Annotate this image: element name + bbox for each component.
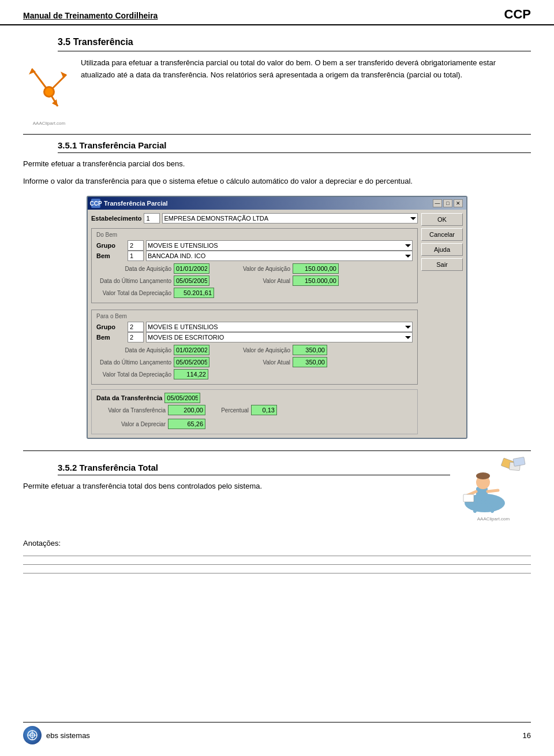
svg-rect-10 bbox=[513, 457, 525, 467]
clipart-label: AAAClipart.com bbox=[33, 121, 65, 126]
ajuda-button[interactable]: Ajuda bbox=[421, 243, 463, 256]
section-351-text2: Informe o valor da transferência para qu… bbox=[23, 175, 531, 188]
clipart-label2: AAAClipart.com bbox=[456, 516, 531, 522]
estabelecimento-num-input[interactable] bbox=[144, 213, 160, 224]
dialog-titlebar: CCP Transferência Parcial — □ ✕ bbox=[88, 197, 466, 210]
valor-atual1-input[interactable] bbox=[293, 275, 339, 286]
valor-total-dep2-label: Valor Total da Depreciação bbox=[96, 371, 171, 378]
estabelecimento-select[interactable]: EMPRESA DEMONSTRAÇÃO LTDA bbox=[162, 213, 418, 224]
section-351-text1: Permite efetuar a transferência parcial … bbox=[23, 158, 531, 170]
do-bem-label: Do Bem bbox=[96, 232, 413, 238]
cancelar-button[interactable]: Cancelar bbox=[421, 228, 463, 241]
valor-depreciar-label: Valor a Depreciar bbox=[96, 421, 166, 427]
bem1-fields-row1: Data de Aquisição Valor de Aquisição bbox=[96, 263, 413, 275]
grupo1-num-input[interactable] bbox=[128, 240, 144, 251]
dialog-wrapper: CCP Transferência Parcial — □ ✕ Estabele… bbox=[23, 196, 531, 439]
svg-line-16 bbox=[488, 490, 498, 491]
do-bem-section: Do Bem Grupo MOVEIS E UTENSILIOS Bem bbox=[91, 228, 418, 303]
dialog-transferencia-parcial: CCP Transferência Parcial — □ ✕ Estabele… bbox=[87, 196, 467, 439]
valor-atual2-row: Valor Atual bbox=[215, 357, 327, 367]
valor-transferencia-input[interactable] bbox=[168, 405, 205, 415]
section-352-heading: 3.5.2 Transferência Total bbox=[58, 463, 450, 475]
section-separator-1 bbox=[23, 134, 531, 135]
data-ultimo-lanc1-row: Data do Último Lançamento bbox=[96, 275, 209, 286]
data-ultimo-lanc1-input[interactable] bbox=[174, 275, 209, 286]
page-header: Manual de Treinamento Cordilheira CCP bbox=[0, 0, 554, 25]
data-aquisicao2-input[interactable] bbox=[174, 345, 209, 355]
section-separator-2 bbox=[23, 450, 531, 451]
data-aquisicao1-input[interactable] bbox=[174, 263, 209, 274]
minimize-button[interactable]: — bbox=[433, 199, 442, 207]
valor-atual1-row: Valor Atual bbox=[215, 275, 339, 286]
dialog-body: Estabelecimento EMPRESA DEMONSTRAÇÃO LTD… bbox=[88, 210, 466, 438]
grupo2-num-input[interactable] bbox=[128, 322, 144, 332]
section-352-text-block: 3.5.2 Transferência Total Permite efetua… bbox=[23, 457, 450, 497]
grupo2-select[interactable]: MOVEIS E UTENSILIOS bbox=[146, 322, 413, 332]
section-352-text: Permite efetuar a transferência total do… bbox=[23, 480, 450, 493]
intro-block: AAAClipart.com Utilizada para efetuar a … bbox=[23, 57, 531, 126]
data-aquisicao1-row: Data de Aquisição bbox=[96, 263, 209, 274]
reading-clipart: AAAClipart.com bbox=[456, 457, 531, 522]
valor-atual1-label: Valor Atual bbox=[215, 278, 290, 284]
data-transferencia-label: Data da Transferência bbox=[96, 394, 162, 401]
section-35-heading: 3.5 Transferência bbox=[58, 37, 531, 51]
bem1-row: Bem BANCADA IND. ICO bbox=[96, 251, 413, 261]
sair-button[interactable]: Sair bbox=[421, 258, 463, 271]
percentual-row: Percentual bbox=[211, 405, 277, 415]
data-transferencia-row: Data da Transferência bbox=[96, 393, 413, 403]
anotacoes-line-2 bbox=[23, 564, 531, 565]
dialog-titlebar-left: CCP Transferência Parcial bbox=[91, 199, 168, 208]
anotacoes-section: Anotações: bbox=[23, 539, 531, 573]
valor-total-dep2-input[interactable] bbox=[174, 369, 208, 379]
data-aquisicao2-label: Data de Aquisição bbox=[96, 347, 171, 353]
para-o-bem-label: Para o Bem bbox=[96, 313, 413, 319]
dialog-titlebar-controls: — □ ✕ bbox=[433, 199, 463, 207]
valor-aquisicao1-label: Valor de Aquisição bbox=[215, 266, 290, 272]
data-aquisicao1-label: Data de Aquisição bbox=[96, 266, 171, 272]
arrows-clipart: AAAClipart.com bbox=[23, 57, 75, 126]
valor-aquisicao1-input[interactable] bbox=[293, 263, 339, 274]
ok-button[interactable]: OK bbox=[421, 213, 463, 226]
intro-text: Utilizada para efetuar a transferência p… bbox=[81, 57, 531, 126]
footer-logo-text: ebs sistemas bbox=[46, 731, 90, 740]
estabelecimento-row: Estabelecimento EMPRESA DEMONSTRAÇÃO LTD… bbox=[91, 213, 418, 224]
grupo2-row: Grupo MOVEIS E UTENSILIOS bbox=[96, 322, 413, 332]
percentual-input[interactable] bbox=[251, 405, 277, 415]
valor-aquisicao2-input[interactable] bbox=[293, 345, 327, 355]
bem2-num-input[interactable] bbox=[128, 332, 144, 342]
data-ultimo-lanc2-label: Data do Último Lançamento bbox=[96, 359, 171, 366]
bem2-label: Bem bbox=[96, 334, 125, 341]
bem1-num-input[interactable] bbox=[128, 251, 144, 261]
anotacoes-label: Anotações: bbox=[23, 539, 61, 548]
bem2-row: Bem MOVEIS DE ESCRITORIO bbox=[96, 332, 413, 342]
valor-depreciar-input[interactable] bbox=[168, 419, 205, 429]
svg-marker-3 bbox=[61, 72, 66, 79]
valor-aquisicao2-label: Valor de Aquisição bbox=[215, 347, 290, 353]
grupo2-label: Grupo bbox=[96, 323, 125, 330]
valor-aquisicao2-row: Valor de Aquisição bbox=[215, 345, 327, 355]
para-o-bem-section: Para o Bem Grupo MOVEIS E UTENSILIOS Bem bbox=[91, 310, 418, 385]
valor-atual2-input[interactable] bbox=[293, 357, 327, 367]
bem1-fields-row3: Valor Total da Depreciação bbox=[96, 288, 413, 298]
grupo1-select[interactable]: MOVEIS E UTENSILIOS bbox=[146, 240, 413, 251]
dialog-title-text: Transferência Parcial bbox=[104, 200, 168, 207]
bem1-select[interactable]: BANCADA IND. ICO bbox=[146, 251, 413, 261]
close-button[interactable]: ✕ bbox=[454, 199, 463, 207]
transfer-bottom-section: Data da Transferência Valor da Transferê… bbox=[91, 389, 418, 434]
valor-transferencia-label: Valor da Transferência bbox=[96, 407, 166, 414]
restore-button[interactable]: □ bbox=[443, 199, 452, 207]
valor-total-dep1-input[interactable] bbox=[174, 288, 214, 298]
svg-point-7 bbox=[45, 88, 53, 96]
data-ultimo-lanc2-input[interactable] bbox=[174, 357, 209, 367]
anotacoes-line-3 bbox=[23, 573, 531, 573]
dialog-main: Estabelecimento EMPRESA DEMONSTRAÇÃO LTD… bbox=[91, 213, 418, 434]
data-transferencia-input[interactable] bbox=[164, 393, 200, 403]
valor-depreciar-row: Valor a Depreciar bbox=[96, 419, 413, 429]
grupo1-label: Grupo bbox=[96, 242, 125, 249]
valor-aquisicao1-row: Valor de Aquisição bbox=[215, 263, 339, 274]
anotacoes-line-1 bbox=[23, 556, 531, 556]
dialog-sidebar: OK Cancelar Ajuda Sair bbox=[421, 213, 463, 434]
bem2-select[interactable]: MOVEIS DE ESCRITORIO bbox=[146, 332, 413, 342]
manual-title: Manual de Treinamento Cordilheira bbox=[23, 11, 158, 20]
section-352-block: 3.5.2 Transferência Total Permite efetua… bbox=[23, 457, 531, 522]
